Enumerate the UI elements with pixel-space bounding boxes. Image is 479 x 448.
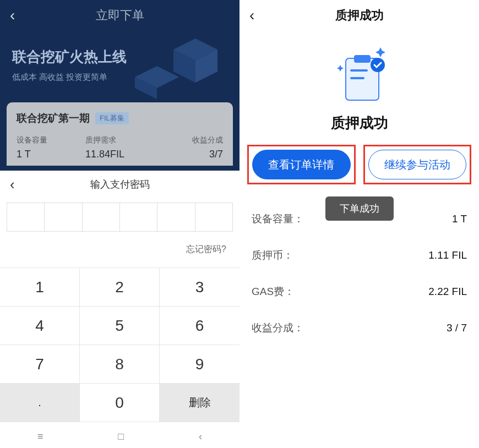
back-icon[interactable]: ‹ (249, 7, 254, 24)
order-details: 下单成功 设备容量： 1 T 质押币： 1.11 FIL GAS费： 2.22 … (240, 201, 479, 346)
key-5[interactable]: 5 (80, 307, 160, 345)
key-4[interactable]: 4 (0, 307, 80, 345)
svg-rect-6 (354, 55, 371, 63)
key-8[interactable]: 8 (80, 345, 160, 384)
card-badge: FIL募集 (95, 112, 129, 124)
left-screenshot: ‹ 立即下单 联合挖矿火热上线 低成本 高收益 投资更简单 联合挖矿第一期 FI… (0, 0, 240, 448)
nav-home-icon[interactable]: □ (118, 431, 124, 442)
action-buttons: 查看订单详情 继续参与活动 (240, 145, 479, 184)
sheet-title: 输入支付密码 (90, 178, 150, 191)
nav-recent-icon[interactable]: ≡ (37, 431, 43, 442)
page-title: 质押成功 (335, 7, 384, 24)
success-label: 质押成功 (240, 113, 479, 133)
stat-share: 收益分成 3/7 (154, 135, 223, 160)
view-order-button[interactable]: 查看订单详情 (252, 150, 351, 179)
stat-pledge: 质押需求 11.84FIL (85, 135, 154, 160)
payment-sheet: ‹ 输入支付密码 忘记密码? 1 2 3 4 5 6 7 8 9 . 0 删除 … (0, 171, 240, 448)
forgot-password-link[interactable]: 忘记密码? (0, 232, 240, 267)
key-dot[interactable]: . (0, 384, 80, 422)
numeric-keypad: 1 2 3 4 5 6 7 8 9 . 0 删除 (0, 267, 240, 422)
product-card: 联合挖矿第一期 FIL募集 设备容量 1 T 质押需求 11.84FIL 收益分… (7, 102, 233, 166)
detail-row: 质押币： 1.11 FIL (252, 237, 467, 274)
detail-row: 收益分成： 3 / 7 (252, 310, 467, 346)
detail-row: GAS费： 2.22 FIL (252, 274, 467, 310)
page-title: 立即下单 (96, 7, 144, 24)
key-2[interactable]: 2 (80, 268, 160, 307)
key-7[interactable]: 7 (0, 345, 80, 384)
key-6[interactable]: 6 (160, 307, 240, 345)
nav-back-icon[interactable]: ‹ (199, 431, 202, 442)
cube-illustration-icon (135, 33, 234, 99)
card-title: 联合挖矿第一期 (17, 111, 90, 125)
key-1[interactable]: 1 (0, 268, 80, 307)
right-header: ‹ 质押成功 (240, 0, 479, 31)
stat-capacity: 设备容量 1 T (17, 135, 85, 160)
highlight-box-primary: 查看订单详情 (247, 145, 356, 184)
right-screenshot: ‹ 质押成功 质押成功 查看订单详情 继续参与活动 下单成功 (240, 0, 479, 448)
continue-activity-button[interactable]: 继续参与活动 (368, 150, 467, 179)
key-0[interactable]: 0 (80, 384, 160, 422)
highlight-box-outline: 继续参与活动 (363, 145, 472, 184)
toast-message: 下单成功 (325, 196, 394, 221)
left-header: ‹ 立即下单 (0, 0, 240, 31)
pin-input[interactable] (7, 203, 233, 232)
key-delete[interactable]: 删除 (160, 384, 240, 422)
key-3[interactable]: 3 (160, 268, 240, 307)
back-icon[interactable]: ‹ (10, 7, 15, 24)
key-9[interactable]: 9 (160, 345, 240, 384)
sheet-back-icon[interactable]: ‹ (10, 176, 15, 193)
success-clipboard-icon (240, 41, 479, 107)
android-navbar: ≡ □ ‹ (0, 422, 240, 448)
